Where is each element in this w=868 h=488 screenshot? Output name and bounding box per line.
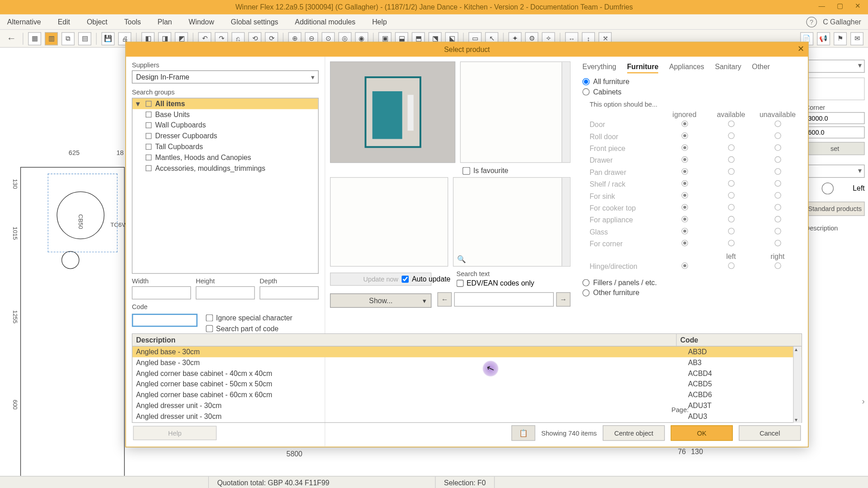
set-button[interactable]: set [805,142,865,155]
flag-icon[interactable]: ⚑ [834,32,847,45]
search-next-button[interactable]: → [556,292,571,307]
option-row[interactable]: For appliance [590,214,801,226]
help-icon[interactable]: ? [806,16,817,27]
menu-plan[interactable]: Plan [158,18,172,26]
ignore-special-checkbox[interactable] [206,314,213,322]
tab-everything[interactable]: Everything [582,61,616,73]
option-row[interactable]: Door [590,119,801,131]
menu-help[interactable]: Help [372,18,387,26]
option-row[interactable]: Pan drawer [590,166,801,178]
announce-icon[interactable]: 📢 [817,32,830,45]
table-row[interactable]: Angled corner base cabinet - 50cm x 50cm… [132,379,802,389]
fillers-radio[interactable] [582,279,590,286]
property-combo[interactable] [805,60,865,73]
menu-edit[interactable]: Edit [58,18,70,26]
depth-input[interactable] [259,286,319,300]
option-row[interactable]: For cooker top [590,202,801,214]
table-scrollbar[interactable] [793,347,801,423]
property-combo-2[interactable] [805,164,865,178]
close-icon[interactable]: ✕ [849,0,866,12]
option-row[interactable]: For sink [590,190,801,202]
chevron-right-icon[interactable]: › [862,396,865,405]
all-furniture-radio[interactable] [582,78,590,85]
table-row[interactable]: Angled dresser unit - 30cmADU3 [132,411,802,422]
magnify-icon[interactable]: 🔍 [457,255,466,263]
product-preview-list[interactable] [460,61,571,163]
table-row[interactable]: Angled corner base cabinet - 60cm x 60cm… [132,389,802,400]
edv-codes-checkbox[interactable] [457,280,464,287]
show-dropdown[interactable]: Show... [330,293,431,308]
tool-btn[interactable]: ▤ [78,32,91,45]
scrollbar[interactable] [561,178,570,266]
other-furniture-radio[interactable] [582,289,590,296]
right-property-panel: Corner set Left Standard products Descri… [805,60,865,441]
plan-label: TC6V [110,221,126,228]
search-text-input[interactable] [454,292,554,307]
scrollbar[interactable] [561,62,570,162]
tree-item[interactable]: Tall Cupboards [132,141,318,152]
status-quote: Quotation total: GBP 40.34 F11F99 [209,477,436,488]
search-text-label: Search text [457,270,571,277]
table-row[interactable]: Angled base - 30cmAB3D [132,347,802,357]
tab-furniture[interactable]: Furniture [627,61,659,73]
tree-item[interactable]: Base Units [132,109,318,120]
code-input[interactable] [132,314,198,327]
option-row[interactable]: For corner [590,238,801,250]
option-row[interactable]: Front piece [590,142,801,154]
table-row[interactable]: Angled dresser unit - 40cmADU4T [132,422,802,423]
cancel-button[interactable]: Cancel [739,425,801,441]
cabinets-radio[interactable] [582,88,590,95]
search-part-checkbox[interactable] [206,325,213,332]
option-row[interactable]: Shelf / rack [590,178,801,190]
menu-tools[interactable]: Tools [124,18,141,26]
tab-other[interactable]: Other [752,61,770,73]
category-tree[interactable]: ▾All items Base Units Wall Cupboards Dre… [132,98,319,273]
tab-appliances[interactable]: Appliances [669,61,704,73]
standard-products-button[interactable]: Standard products [805,202,865,216]
tree-item[interactable]: Mantles, Hoods and Canopies [132,152,318,163]
menu-object[interactable]: Object [87,18,108,26]
tree-item[interactable]: Wall Cupboards [132,120,318,131]
tool-btn[interactable]: ▥ [45,32,58,45]
mail-icon[interactable]: ✉ [850,32,863,45]
table-row[interactable]: Angled corner base cabinet - 40cm x 40cm… [132,368,802,379]
menu-global-settings[interactable]: Global settings [231,18,278,26]
preview-panel [330,177,448,267]
col-description[interactable]: Description [132,334,676,346]
menu-window[interactable]: Window [189,18,214,26]
width-input[interactable] [132,286,191,300]
save-icon[interactable]: 💾 [101,32,114,45]
is-favourite-checkbox[interactable] [462,167,470,174]
maximize-icon[interactable]: ▢ [831,0,848,12]
height-input[interactable] [196,286,255,300]
tool-btn[interactable]: ▦ [28,32,41,45]
auto-update-checkbox[interactable] [402,275,409,282]
clipboard-icon[interactable]: 📋 [511,425,535,441]
corner-width-input[interactable] [805,112,865,124]
back-icon[interactable]: ← [5,32,18,45]
tree-item[interactable]: Dresser Cupboards [132,131,318,141]
minimize-icon[interactable]: — [813,0,830,12]
left-radio[interactable] [805,183,850,194]
supplier-dropdown[interactable]: Design In-Frame [132,70,319,84]
table-row[interactable]: Angled dresser unit - 30cmADU3T [132,400,802,411]
help-button[interactable]: Help [133,426,217,440]
ok-button[interactable]: OK [671,425,733,441]
option-row[interactable]: Roll door [590,131,801,142]
tree-root[interactable]: ▾All items [132,99,318,109]
title-bar: Winner Flex 12.2a9.5 [300094] (C Gallagh… [0,0,868,14]
centre-object-button[interactable]: Centre object [603,425,665,441]
tab-sanitary[interactable]: Sanitary [715,61,741,73]
option-row[interactable]: Drawer [590,155,801,166]
tree-item[interactable]: Accessories, mouldings_trimmings [132,163,318,174]
corner-height-input[interactable] [805,127,865,138]
col-code[interactable]: Code [676,334,802,346]
dialog-title: Select product [444,45,490,53]
dialog-close-icon[interactable]: ✕ [797,43,805,53]
tool-btn[interactable]: ⧉ [61,32,75,45]
menu-additional-modules[interactable]: Additional modules [295,18,355,26]
search-prev-button[interactable]: ← [438,292,452,307]
menu-alternative[interactable]: Alternative [7,18,41,26]
table-row[interactable]: Angled base - 30cmAB3 [132,357,802,368]
option-row[interactable]: Glass [590,226,801,238]
